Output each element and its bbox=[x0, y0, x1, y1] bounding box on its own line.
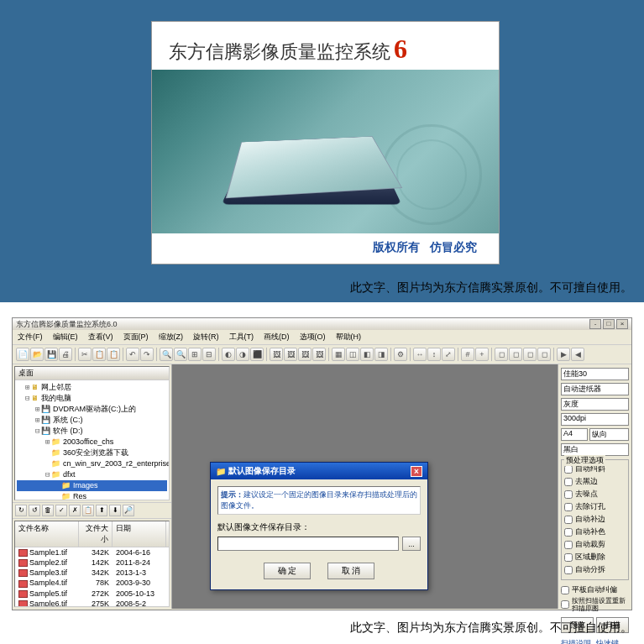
toolbar-button[interactable]: 🖼 bbox=[298, 348, 312, 361]
tree-item[interactable]: 📁 360安全浏览器下载 bbox=[17, 448, 167, 458]
toolbar-button[interactable]: ◻ bbox=[537, 348, 551, 361]
preprocess-option[interactable]: 自动分拆 bbox=[564, 564, 626, 575]
close-button[interactable]: × bbox=[616, 319, 628, 329]
file-toolbar-button[interactable]: ⬇ bbox=[109, 505, 121, 516]
hotkey-link[interactable]: 快速键 bbox=[596, 639, 619, 644]
toolbar-button[interactable]: ◐ bbox=[222, 348, 235, 361]
scanner-select[interactable]: 佳能30 bbox=[561, 368, 629, 380]
record-check[interactable]: 按照扫描设置重新扫描原图 bbox=[561, 597, 629, 612]
orient-select[interactable]: 纵向 bbox=[589, 428, 629, 441]
minimize-button[interactable]: ‐ bbox=[589, 319, 601, 329]
menu-item[interactable]: 页面(P) bbox=[123, 332, 149, 343]
menu-item[interactable]: 查看(V) bbox=[88, 332, 113, 343]
menu-item[interactable]: 帮助(H) bbox=[336, 332, 362, 343]
toolbar-button[interactable]: 🔍 bbox=[160, 348, 173, 361]
toolbar-button[interactable]: ◨ bbox=[374, 348, 388, 361]
toolbar-button[interactable]: 📄 bbox=[16, 348, 29, 361]
toolbar-button[interactable]: ✂ bbox=[78, 348, 92, 361]
dpi-select[interactable]: 300dpi bbox=[561, 413, 629, 426]
toolbar-button[interactable]: ◻ bbox=[509, 348, 522, 361]
toolbar-button[interactable]: 🖼 bbox=[270, 348, 283, 361]
size-select[interactable]: A4 bbox=[561, 428, 588, 441]
menu-item[interactable]: 工具(T) bbox=[229, 332, 254, 343]
toolbar-button[interactable]: 💾 bbox=[45, 348, 58, 361]
file-toolbar-button[interactable]: ⬆ bbox=[96, 505, 107, 516]
file-toolbar-button[interactable]: 🗑 bbox=[42, 505, 54, 516]
toolbar-button[interactable]: ◑ bbox=[236, 348, 249, 361]
file-row[interactable]: Sample1.tif342K2004-6-16 bbox=[15, 547, 169, 558]
menu-item[interactable]: 文件(F) bbox=[18, 332, 43, 343]
folder-tree[interactable]: 桌面 ⊞🖥 网上邻居⊟🖥 我的电脑⊞💾 DVDRAM驱动器(C:)上的⊞💾 系统… bbox=[14, 366, 170, 500]
toolbar-button[interactable]: + bbox=[475, 348, 489, 361]
toolbar-button[interactable]: ⤢ bbox=[442, 348, 455, 361]
tree-item[interactable]: ⊞💾 DVDRAM驱动器(C:)上的 bbox=[17, 404, 167, 415]
toolbar-button[interactable]: 🔍 bbox=[174, 348, 187, 361]
file-list[interactable]: 文件名称 文件大小 日期 Sample1.tif342K2004-6-16Sam… bbox=[14, 521, 170, 607]
menu-item[interactable]: 画线(D) bbox=[264, 332, 290, 343]
menu-item[interactable]: 旋转(R) bbox=[193, 332, 219, 343]
tree-item[interactable]: ⊞💾 系统 (C:) bbox=[17, 415, 167, 426]
toolbar-button[interactable]: ▶ bbox=[557, 348, 570, 361]
toolbar-button[interactable]: ◧ bbox=[360, 348, 374, 361]
toolbar-button[interactable]: ⚙ bbox=[394, 348, 407, 361]
toolbar-button[interactable]: ⊞ bbox=[188, 348, 202, 361]
preprocess-option[interactable]: 去除订孔 bbox=[564, 501, 626, 512]
menu-item[interactable]: 缩放(Z) bbox=[159, 332, 184, 343]
file-row[interactable]: Sample4.tif78K2003-9-30 bbox=[15, 578, 169, 588]
toolbar-button[interactable]: ⊟ bbox=[202, 348, 216, 361]
ok-button[interactable]: 确 定 bbox=[264, 563, 311, 579]
file-toolbar-button[interactable]: ✓ bbox=[55, 505, 67, 516]
scan-help-link[interactable]: 扫描说明 bbox=[561, 639, 591, 644]
toolbar-button[interactable]: 🖼 bbox=[284, 348, 297, 361]
file-row[interactable]: Sample6.tif275K2008-5-2 bbox=[15, 599, 169, 607]
toolbar-button[interactable]: ↶ bbox=[126, 348, 139, 361]
toolbar-button[interactable]: # bbox=[461, 348, 474, 361]
toolbar-button[interactable]: ↷ bbox=[140, 348, 154, 361]
preprocess-option[interactable]: 自动补色 bbox=[564, 526, 626, 537]
save-path-input[interactable] bbox=[217, 537, 399, 551]
toolbar-button[interactable]: ◀ bbox=[571, 348, 584, 361]
tree-item[interactable]: 📁 Images bbox=[17, 480, 167, 491]
tree-item[interactable]: ⊞🖥 网上邻居 bbox=[17, 382, 167, 393]
tree-item[interactable]: ⊞📁 2003office_chs bbox=[17, 437, 167, 448]
toolbar-button[interactable]: ↕ bbox=[427, 348, 441, 361]
toolbar-button[interactable]: 📋 bbox=[107, 348, 120, 361]
preprocess-option[interactable]: 自动补边 bbox=[564, 514, 626, 525]
file-row[interactable]: Sample5.tif272K2005-10-13 bbox=[15, 589, 169, 599]
tree-item[interactable]: ⊟🖥 我的电脑 bbox=[17, 393, 167, 404]
toolbar-button[interactable]: ◻ bbox=[523, 348, 537, 361]
menu-item[interactable]: 编辑(E) bbox=[53, 332, 78, 343]
preprocess-option[interactable]: 去黑边 bbox=[564, 476, 626, 487]
file-toolbar-button[interactable]: ↻ bbox=[15, 505, 27, 516]
file-toolbar-button[interactable]: 🔎 bbox=[123, 505, 134, 516]
toolbar-button[interactable]: ◻ bbox=[495, 348, 508, 361]
flat-auto-check[interactable]: 平板自动纠偏 bbox=[561, 584, 629, 595]
toolbar-button[interactable]: 🖼 bbox=[312, 348, 326, 361]
toolbar-button[interactable]: 📋 bbox=[92, 348, 106, 361]
color-select[interactable]: 灰度 bbox=[561, 398, 629, 411]
preprocess-option[interactable]: 去噪点 bbox=[564, 489, 626, 500]
toolbar-button[interactable]: ▦ bbox=[332, 348, 345, 361]
file-row[interactable]: Sample2.tif142K2011-8-24 bbox=[15, 558, 169, 568]
preprocess-option[interactable]: 区域删除 bbox=[564, 552, 626, 563]
output-select[interactable]: 黑白 bbox=[561, 443, 629, 456]
file-toolbar-button[interactable]: 📋 bbox=[82, 505, 94, 516]
browse-button[interactable]: ... bbox=[402, 537, 421, 551]
col-filedate[interactable]: 日期 bbox=[113, 521, 166, 547]
toolbar-button[interactable]: 🖨 bbox=[59, 348, 72, 361]
file-toolbar-button[interactable]: ✗ bbox=[69, 505, 81, 516]
maximize-button[interactable]: □ bbox=[603, 319, 615, 329]
toolbar-button[interactable]: 📂 bbox=[30, 348, 44, 361]
toolbar-button[interactable]: ◫ bbox=[346, 348, 359, 361]
col-filename[interactable]: 文件名称 bbox=[15, 521, 79, 547]
preprocess-option[interactable]: 自动裁剪 bbox=[564, 539, 626, 550]
tree-item[interactable]: ⊟📁 dfxt bbox=[17, 469, 167, 480]
tree-item[interactable]: 📁 Res bbox=[17, 491, 167, 500]
tree-item[interactable]: ⊟💾 软件 (D:) bbox=[17, 426, 167, 437]
toolbar-button[interactable]: ⬛ bbox=[250, 348, 264, 361]
cancel-button[interactable]: 取 消 bbox=[327, 563, 374, 579]
file-row[interactable]: Sample3.tif342K2013-1-3 bbox=[15, 568, 169, 578]
menu-item[interactable]: 选项(O) bbox=[300, 332, 326, 343]
feed-select[interactable]: 自动进纸器 bbox=[561, 383, 629, 395]
tree-item[interactable]: 📁 cn_win_srv_2003_r2_enterprise_with_sp2 bbox=[17, 458, 167, 469]
